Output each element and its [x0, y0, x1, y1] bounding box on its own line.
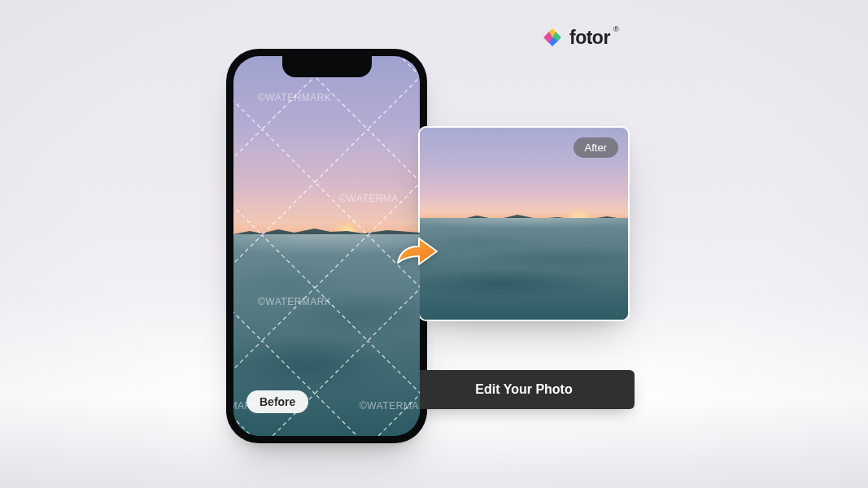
registered-mark: ®	[613, 25, 619, 33]
watermark-text: ©WATERMARK	[258, 92, 332, 103]
phone-notch	[282, 56, 372, 77]
before-badge: Before	[246, 390, 308, 413]
svg-rect-0	[233, 56, 420, 436]
phone-screen-before: ©WATERMARK ©WATERMA ©WATERMARK ©WATERMA …	[233, 56, 420, 436]
fotor-logo-icon	[542, 27, 563, 48]
fotor-logo-text: fotor	[569, 27, 610, 49]
after-badge: After	[574, 137, 618, 158]
watermark-grid	[233, 56, 420, 436]
ocean-water	[420, 218, 628, 320]
edit-photo-button[interactable]: Edit Your Photo	[413, 370, 635, 409]
after-image-panel: After	[418, 126, 630, 321]
watermark-text: ©WATERMA	[339, 193, 399, 204]
watermark-text: ©WATERMA	[360, 400, 419, 412]
transform-arrow-icon	[395, 235, 440, 268]
watermark-text: ©WATERMARK	[258, 296, 332, 307]
fotor-logo: fotor ®	[542, 25, 622, 50]
